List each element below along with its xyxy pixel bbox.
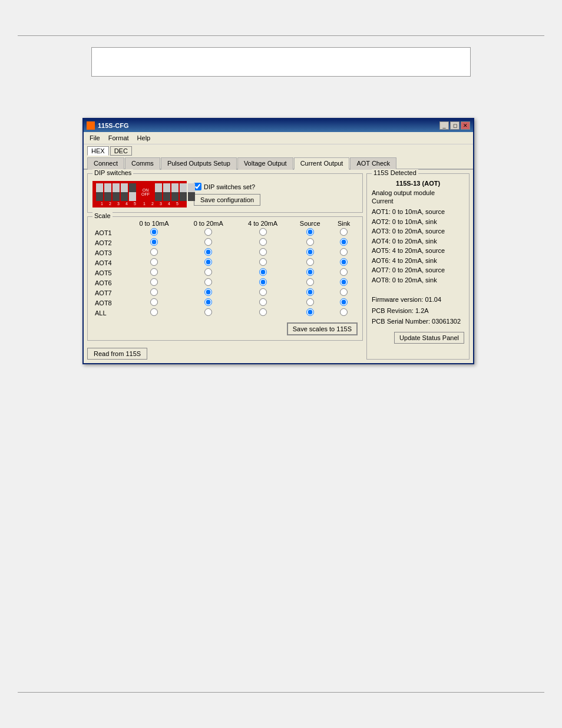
save-scales-button[interactable]: Save scales to 115S (287, 322, 358, 335)
hex-button[interactable]: HEX (87, 146, 109, 156)
table-row: AOT4 (92, 258, 358, 268)
all-scale-2[interactable] (259, 308, 267, 316)
dip-sw-7[interactable] (163, 183, 170, 201)
all-sink[interactable] (340, 308, 348, 316)
aot2-scale-2[interactable] (259, 238, 267, 246)
aot3-sink[interactable] (340, 248, 348, 256)
dec-button[interactable]: DEC (110, 146, 132, 156)
aot1-source[interactable] (306, 228, 314, 236)
aot2-sink[interactable] (340, 238, 348, 246)
aot6-scale-0[interactable] (150, 278, 158, 286)
tab-current-output[interactable]: Current Output (294, 157, 350, 170)
restore-button[interactable]: ◻ (450, 121, 459, 130)
aot7-scale-0[interactable] (150, 288, 158, 296)
row-label-aot7: AOT7 (92, 288, 127, 298)
aot1-scale-0[interactable] (150, 228, 158, 236)
menu-file[interactable]: File (86, 133, 104, 143)
aot1-scale-1[interactable] (204, 228, 212, 236)
aot3-scale-0[interactable] (150, 248, 158, 256)
aot-line-2: AOT2: 0 to 10mA, sink (372, 217, 464, 227)
aot8-scale-1[interactable] (204, 298, 212, 306)
read-from-button[interactable]: Read from 115S (87, 348, 147, 360)
menu-help[interactable]: Help (134, 133, 154, 143)
title-controls: _ ◻ ✕ (439, 121, 470, 130)
close-button[interactable]: ✕ (461, 121, 470, 130)
all-scale-0[interactable] (150, 308, 158, 316)
app-window: 115S-CFG _ ◻ ✕ File Format Help HEX DEC … (82, 118, 474, 364)
col-4-20ma: 4 to 20mA (236, 219, 290, 228)
table-row: AOT7 (92, 288, 358, 298)
tab-aot-check[interactable]: AOT Check (350, 157, 396, 170)
aot4-scale-1[interactable] (204, 258, 212, 266)
aot7-scale-2[interactable] (259, 288, 267, 296)
tab-voltage-output[interactable]: Voltage Output (237, 157, 293, 170)
aot2-scale-0[interactable] (150, 238, 158, 246)
row-label-aot5: AOT5 (92, 268, 127, 278)
table-row: AOT6 (92, 278, 358, 288)
aot1-sink[interactable] (340, 228, 348, 236)
tab-pulsed-outputs[interactable]: Pulsed Outputs Setup (161, 157, 237, 170)
aot-line-7: AOT7: 0 to 20mA, source (372, 265, 464, 275)
aot7-source[interactable] (306, 288, 314, 296)
aot2-scale-1[interactable] (204, 238, 212, 246)
dip-sw-10[interactable] (188, 183, 195, 201)
aot3-scale-1[interactable] (204, 248, 212, 256)
pcb-serial-value: 03061302 (432, 318, 461, 325)
aot6-scale-1[interactable] (204, 278, 212, 286)
detected-panel: 115S Detected 115S-13 (AOT) Analog outpu… (366, 173, 470, 360)
aot1-scale-2[interactable] (259, 228, 267, 236)
table-row: AOT5 (92, 268, 358, 278)
aot4-sink[interactable] (340, 258, 348, 266)
aot5-scale-0[interactable] (150, 268, 158, 276)
aot-line-5: AOT5: 4 to 20mA, source (372, 246, 464, 256)
pcb-rev-label: PCB Revision: (372, 307, 414, 314)
aot8-sink[interactable] (340, 298, 348, 306)
dip-switches-row: ON OFF (92, 181, 358, 207)
dip-sw-1[interactable] (96, 183, 103, 201)
menu-bar: File Format Help (84, 132, 473, 144)
aot4-source[interactable] (306, 258, 314, 266)
scale-group: Scale 0 to 10mA 0 to 20mA 4 to 20mA Sour… (87, 216, 363, 341)
col-0-20ma: 0 to 20mA (181, 219, 236, 228)
aot3-scale-2[interactable] (259, 248, 267, 256)
row-label-aot3: AOT3 (92, 248, 127, 258)
tab-comms[interactable]: Comms (125, 157, 160, 170)
aot5-source[interactable] (306, 268, 314, 276)
row-label-aot6: AOT6 (92, 278, 127, 288)
aot7-sink[interactable] (340, 288, 348, 296)
table-row: AOT8 (92, 298, 358, 308)
dip-sw-9[interactable] (180, 183, 187, 201)
minimize-button[interactable]: _ (439, 121, 449, 130)
firmware-value: 01.04 (425, 296, 441, 303)
aot7-scale-1[interactable] (204, 288, 212, 296)
update-status-button[interactable]: Update Status Panel (394, 332, 464, 344)
title-bar-left: 115S-CFG (87, 121, 129, 130)
aot8-scale-0[interactable] (150, 298, 158, 306)
menu-format[interactable]: Format (105, 133, 133, 143)
aot8-scale-2[interactable] (259, 298, 267, 306)
dip-sw-2[interactable] (104, 183, 111, 201)
aot-line-1: AOT1: 0 to 10mA, source (372, 207, 464, 217)
aot3-source[interactable] (306, 248, 314, 256)
aot6-sink[interactable] (340, 278, 348, 286)
aot4-scale-2[interactable] (259, 258, 267, 266)
dip-sw-6[interactable] (155, 183, 162, 201)
tab-connect[interactable]: Connect (87, 157, 124, 170)
aot2-source[interactable] (306, 238, 314, 246)
dip-sw-8[interactable] (171, 183, 178, 201)
all-source[interactable] (306, 308, 314, 316)
aot5-scale-2[interactable] (259, 268, 267, 276)
dip-sw-5[interactable] (129, 183, 136, 201)
aot6-source[interactable] (306, 278, 314, 286)
aot6-scale-2[interactable] (259, 278, 267, 286)
save-config-button[interactable]: Save configuration (194, 194, 260, 206)
aot4-scale-0[interactable] (150, 258, 158, 266)
aot5-scale-1[interactable] (204, 268, 212, 276)
dip-sw-3[interactable] (113, 183, 120, 201)
aot8-source[interactable] (306, 298, 314, 306)
dip-sw-4[interactable] (121, 183, 128, 201)
all-scale-1[interactable] (204, 308, 212, 316)
aot5-sink[interactable] (340, 268, 348, 276)
hex-dec-bar: HEX DEC (84, 144, 473, 157)
pcb-serial-row: PCB Serial Number: 03061302 (372, 316, 464, 327)
